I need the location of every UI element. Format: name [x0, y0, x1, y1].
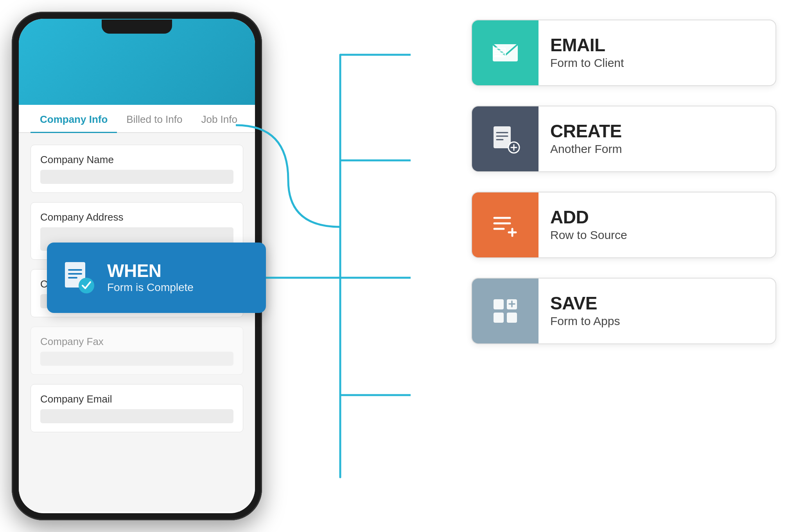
svg-point-4	[79, 278, 94, 293]
when-card: WHEN Form is Complete	[47, 243, 266, 313]
company-email-label: Company Email	[40, 393, 233, 405]
email-card-text: EMAIL Form to Client	[538, 36, 775, 70]
action-card-add[interactable]: ADD Row to Source	[471, 192, 776, 258]
scene: Company Info Billed to Info Job Info Com…	[0, 0, 788, 532]
tab-company-info[interactable]: Company Info	[31, 105, 117, 133]
add-card-title: ADD	[550, 208, 764, 226]
phone-form: Company Name Company Address Company Pho…	[19, 133, 255, 512]
svg-rect-25	[494, 313, 504, 323]
phone-tabs: Company Info Billed to Info Job Info	[19, 105, 255, 133]
action-card-save[interactable]: SAVE Form to Apps	[471, 278, 776, 344]
company-name-input[interactable]	[40, 170, 233, 184]
form-complete-icon	[61, 260, 96, 295]
add-row-icon	[472, 192, 538, 258]
phone-notch	[102, 20, 172, 34]
when-title: WHEN	[107, 262, 194, 280]
field-company-fax: Company Fax	[31, 327, 243, 375]
company-address-label: Company Address	[40, 211, 233, 223]
email-card-subtitle: Form to Client	[550, 56, 764, 70]
add-card-text: ADD Row to Source	[538, 208, 775, 242]
when-subtitle: Form is Complete	[107, 281, 194, 294]
tab-billed-to-info[interactable]: Billed to Info	[117, 105, 192, 133]
action-card-email[interactable]: EMAIL Form to Client	[471, 20, 776, 86]
action-card-create[interactable]: CREATE Another Form	[471, 106, 776, 172]
company-fax-input[interactable]	[40, 352, 233, 366]
create-card-title: CREATE	[550, 122, 764, 140]
company-name-label: Company Name	[40, 154, 233, 166]
action-cards: EMAIL Form to Client CREATE	[471, 20, 776, 344]
field-company-name: Company Name	[31, 145, 243, 193]
save-card-text: SAVE Form to Apps	[538, 294, 775, 328]
create-card-subtitle: Another Form	[550, 142, 764, 156]
create-card-text: CREATE Another Form	[538, 122, 775, 156]
svg-rect-11	[494, 126, 511, 148]
save-card-subtitle: Form to Apps	[550, 315, 764, 328]
field-company-email: Company Email	[31, 384, 243, 432]
email-icon	[472, 20, 538, 86]
tab-job-info[interactable]: Job Info	[192, 105, 247, 133]
add-card-subtitle: Row to Source	[550, 228, 764, 242]
company-email-input[interactable]	[40, 409, 233, 423]
svg-rect-23	[494, 299, 504, 309]
save-card-title: SAVE	[550, 294, 764, 312]
save-apps-icon	[472, 278, 538, 344]
company-fax-label: Company Fax	[40, 336, 233, 348]
create-form-icon	[472, 106, 538, 172]
svg-rect-26	[507, 313, 517, 323]
email-card-title: EMAIL	[550, 36, 764, 54]
